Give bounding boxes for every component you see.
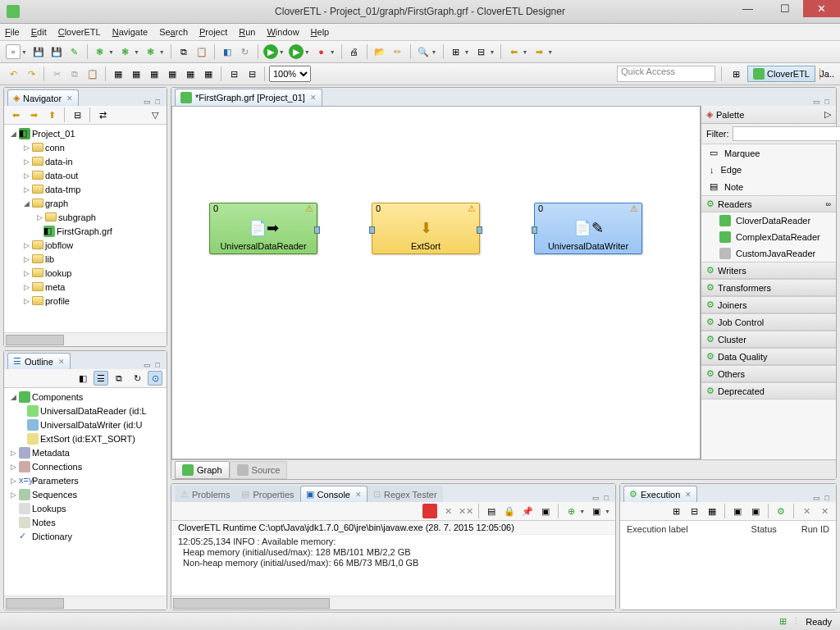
tree-folder[interactable]: ▷data-out — [6, 168, 165, 182]
scrollbar[interactable] — [171, 596, 615, 609]
outline-tool-icon[interactable]: ◧ — [75, 371, 90, 386]
maximize-view-icon[interactable]: □ — [603, 494, 610, 502]
tree-folder[interactable]: ▷profile — [6, 294, 165, 308]
exec-tool-icon[interactable]: ▣ — [730, 504, 745, 518]
toggle-icon[interactable]: ⊞ — [449, 44, 463, 59]
palette-filter-input[interactable] — [733, 126, 841, 141]
bookmark-icon[interactable]: ⊟ — [473, 44, 488, 59]
refresh-icon[interactable]: ↻ — [238, 44, 253, 59]
output-port[interactable] — [477, 226, 482, 234]
menu-file[interactable]: File — [5, 27, 20, 37]
save-all-icon[interactable]: 💾 — [49, 44, 64, 59]
minimize-view-icon[interactable]: ▭ — [142, 361, 153, 369]
menu-project[interactable]: Project — [199, 27, 227, 37]
paste-icon[interactable]: 📋 — [194, 44, 209, 59]
tree-folder[interactable]: ▷meta — [6, 280, 165, 294]
clover-restart-icon[interactable]: ❃ — [118, 44, 133, 59]
nav-back-icon[interactable]: ⬅ — [8, 107, 23, 122]
properties-tab[interactable]: ▤Properties — [235, 486, 299, 502]
component-reader[interactable]: 0⚠ 📄➡ UniversalDataReader — [209, 203, 317, 254]
perspective-clover[interactable]: CloverETL — [747, 66, 815, 82]
paste2-icon[interactable]: 📋 — [85, 66, 100, 81]
maximize-view-icon[interactable]: □ — [154, 361, 162, 369]
menu-navigate[interactable]: Navigate — [112, 27, 148, 37]
outline-tool-icon[interactable]: ↻ — [130, 371, 144, 386]
exec-tool-icon[interactable]: ✕ — [799, 504, 814, 518]
outline-item[interactable]: UniversalDataWriter (id:U — [6, 418, 165, 431]
output-port[interactable] — [314, 226, 320, 234]
outline-components[interactable]: ◢Components — [6, 390, 165, 404]
outline-tab[interactable]: ☰Outline✕ — [7, 353, 71, 369]
scrollbar[interactable] — [4, 332, 167, 346]
save-icon[interactable]: 💾 — [31, 44, 46, 59]
search-icon[interactable]: 🔍 — [416, 44, 431, 59]
minimize-view-icon[interactable]: ▭ — [142, 98, 153, 106]
scrollbar[interactable] — [4, 596, 167, 609]
clover-stop-icon[interactable]: ❃ — [144, 44, 158, 59]
tree-folder[interactable]: ▷conn — [6, 140, 165, 154]
palette-cat[interactable]: ⚙Deprecated — [701, 382, 836, 399]
align-left-icon[interactable]: ▦ — [111, 66, 126, 81]
maximize-view-icon[interactable]: □ — [154, 98, 162, 106]
pin-icon[interactable]: 📌 — [520, 504, 535, 518]
exec-tool-icon[interactable]: ⊞ — [669, 504, 683, 518]
outline-section[interactable]: ▷Metadata — [6, 445, 165, 459]
tree-folder-graph[interactable]: ◢graph — [6, 196, 165, 210]
navigator-tree[interactable]: ◢◧Project_01 ▷conn ▷data-in ▷data-out ▷d… — [4, 125, 167, 309]
regex-tab[interactable]: ⊡Regex Tester — [368, 486, 443, 502]
clover-run-icon[interactable]: ❃ — [93, 44, 107, 59]
palette-header[interactable]: ◈Palette▷ — [701, 106, 836, 124]
remove-all-icon[interactable]: ✕✕ — [459, 504, 473, 518]
outline-tool-icon[interactable]: ⊙ — [148, 371, 162, 386]
outline-item[interactable]: ExtSort (id:EXT_SORT) — [6, 431, 165, 445]
copy2-icon[interactable]: ⧉ — [67, 66, 82, 81]
new-console-icon[interactable]: ▣ — [589, 504, 604, 518]
exec-tool-icon[interactable]: ▣ — [748, 504, 763, 518]
palette-edge[interactable]: ↓Edge — [701, 162, 836, 178]
close-icon[interactable]: ✕ — [58, 358, 65, 366]
navigator-tab[interactable]: ◈Navigator✕ — [7, 89, 79, 106]
nav-up-icon[interactable]: ⬆ — [44, 107, 59, 122]
palette-cat[interactable]: ⚙Joiners — [701, 296, 836, 313]
edit-icon[interactable]: ✏ — [390, 44, 405, 59]
nav-fwd-icon[interactable]: ➡ — [26, 107, 41, 122]
align-center-icon[interactable]: ▦ — [129, 66, 144, 81]
source-tab[interactable]: Source — [230, 461, 288, 479]
console-output[interactable]: 12:05:25,134 INFO : Available memory: He… — [171, 535, 615, 596]
tree-folder[interactable]: ▷lib — [6, 252, 165, 266]
palette-readers-hdr[interactable]: ⚙Readers∞ — [701, 195, 836, 212]
palette-cat[interactable]: ⚙Others — [701, 365, 836, 382]
close-icon[interactable]: ✕ — [685, 491, 692, 499]
menu-window[interactable]: Window — [267, 27, 299, 37]
print-icon[interactable]: 🖨 — [347, 44, 362, 59]
problems-tab[interactable]: ⚠Problems — [175, 486, 235, 502]
tree-folder[interactable]: ▷data-in — [6, 154, 165, 168]
close-icon[interactable]: ✕ — [66, 94, 73, 103]
menu-search[interactable]: Search — [159, 27, 188, 37]
run-icon[interactable]: ▶ — [263, 44, 278, 59]
outline-section[interactable]: Notes — [6, 515, 165, 529]
collapse-all-icon[interactable]: ⊟ — [70, 107, 84, 122]
component-writer[interactable]: 0⚠ 📄✎ UniversalDataWriter — [534, 203, 642, 254]
tree-folder-subgraph[interactable]: ▷subgraph — [6, 210, 165, 224]
maximize-button[interactable]: ☐ — [766, 0, 803, 17]
close-icon[interactable]: ✕ — [355, 491, 362, 499]
view-menu-icon[interactable]: ▽ — [148, 107, 162, 122]
open-console-icon[interactable]: ⊕ — [564, 504, 578, 518]
graph-canvas[interactable]: 0⚠ 📄➡ UniversalDataReader 0⚠ ⬇ ExtSort 0… — [171, 106, 701, 459]
terminate-icon[interactable] — [422, 504, 437, 518]
component-sort[interactable]: 0⚠ ⬇ ExtSort — [372, 203, 480, 254]
tree-folder[interactable]: ▷lookup — [6, 266, 165, 280]
graph-tab[interactable]: Graph — [175, 461, 230, 479]
status-icon[interactable]: ⊞ — [779, 616, 787, 627]
palette-note[interactable]: ▤Note — [701, 178, 836, 195]
dist-h-icon[interactable]: ⊟ — [226, 66, 241, 81]
palette-cat[interactable]: ⚙Job Control — [701, 313, 836, 331]
undo-icon[interactable]: ↶ — [6, 66, 21, 81]
exec-tool-icon[interactable]: ✕ — [817, 504, 832, 518]
new-icon[interactable]: ▫ — [6, 44, 21, 59]
console-tab[interactable]: ▣Console✕ — [300, 486, 368, 502]
menu-run[interactable]: Run — [239, 27, 255, 37]
input-port[interactable] — [369, 226, 375, 234]
tree-folder[interactable]: ▷data-tmp — [6, 182, 165, 196]
